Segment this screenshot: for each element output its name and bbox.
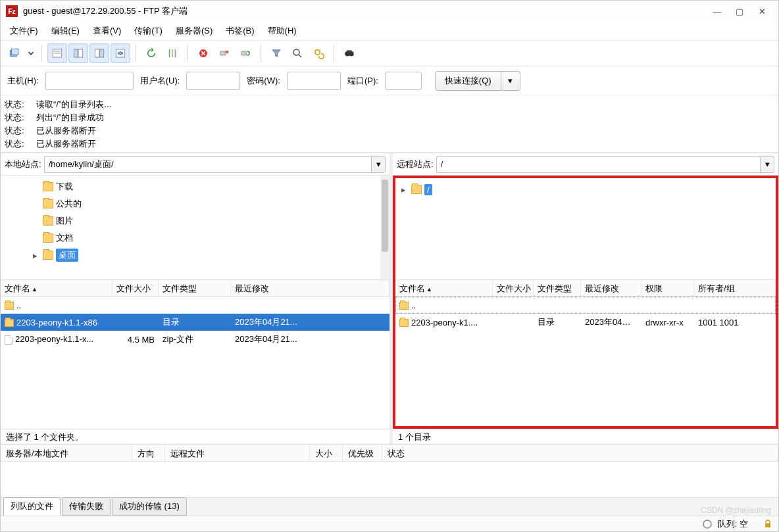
minimize-button[interactable]: — (706, 3, 728, 19)
tab-failed[interactable]: 传输失败 (62, 497, 111, 516)
remote-path-input[interactable] (436, 156, 760, 173)
menu-file[interactable]: 文件(F) (5, 22, 43, 39)
svg-line-21 (299, 55, 301, 57)
list-item[interactable]: .. (1, 297, 390, 314)
menu-server[interactable]: 服务器(S) (170, 22, 218, 39)
local-path-label: 本地站点: (5, 158, 41, 170)
svg-rect-5 (74, 49, 78, 57)
site-manager-button[interactable] (5, 43, 24, 63)
col-type[interactable]: 文件类型 (159, 280, 231, 296)
main-split: 本地站点: ▾ 下载 公共的 图片 文档 ▸桌面 文件名▲ 文件大小 文件类型 (1, 153, 778, 445)
process-queue-button[interactable] (163, 43, 182, 63)
svg-rect-7 (95, 49, 99, 57)
col-size[interactable]: 文件大小 (113, 280, 159, 296)
local-path-dropdown[interactable]: ▾ (371, 156, 386, 173)
col-status[interactable]: 状态 (382, 445, 778, 461)
quickconnect-button[interactable]: 快速连接(Q) (435, 71, 501, 91)
toggle-queue-button[interactable] (111, 43, 130, 63)
local-tree[interactable]: 下载 公共的 图片 文档 ▸桌面 (1, 176, 390, 279)
quickconnect-bar: 主机(H): 用户名(U): 密码(W): 端口(P): 快速连接(Q) ▾ (1, 66, 778, 95)
local-columns: 文件名▲ 文件大小 文件类型 最近修改 (1, 279, 390, 297)
host-input[interactable] (45, 72, 134, 90)
tab-success[interactable]: 成功的传输 (13) (112, 497, 187, 516)
list-item[interactable]: .. (395, 297, 776, 314)
menu-edit[interactable]: 编辑(E) (46, 22, 85, 39)
reconnect-button[interactable] (236, 43, 255, 63)
local-filelist[interactable]: .. 2203-peony-k1.1-x86 目录 2023年04月21... … (1, 297, 390, 429)
col-perm[interactable]: 权限 (641, 280, 694, 296)
col-modified[interactable]: 最近修改 (231, 280, 390, 296)
col-priority[interactable]: 优先级 (343, 445, 382, 461)
col-owner[interactable]: 所有者/组 (694, 280, 776, 296)
col-name[interactable]: 文件名▲ (395, 280, 493, 296)
col-size[interactable]: 大小 (310, 445, 343, 461)
pass-input[interactable] (287, 72, 341, 90)
queue-status: 队列: 空 (718, 518, 748, 530)
expander-icon[interactable]: ▸ (31, 251, 39, 260)
svg-point-22 (315, 50, 320, 55)
svg-point-20 (293, 49, 299, 55)
toggle-local-tree-button[interactable] (68, 43, 88, 63)
queue-empty-icon (702, 519, 713, 529)
search-button[interactable] (288, 43, 307, 63)
queue-body[interactable] (1, 462, 778, 497)
col-type[interactable]: 文件类型 (534, 280, 581, 296)
site-manager-dropdown[interactable] (26, 43, 36, 63)
lock-icon (763, 519, 773, 529)
binoculars-icon[interactable] (339, 43, 359, 63)
close-button[interactable]: ✕ (751, 3, 773, 19)
col-name[interactable]: 文件名▲ (1, 280, 113, 296)
refresh-button[interactable] (141, 43, 161, 63)
status-label: 状态: (5, 98, 28, 111)
menu-transfer[interactable]: 传输(T) (129, 22, 168, 39)
svg-rect-9 (116, 49, 125, 57)
remote-filelist[interactable]: .. 2203-peony-k1.... 目录 2023年04月... drwx… (395, 297, 776, 426)
log-line: 已从服务器断开 (36, 124, 96, 137)
user-label: 用户名(U): (138, 75, 183, 87)
list-item[interactable]: 2203-peony-k1.1-x... 4.5 MB zip-文件 2023年… (1, 331, 390, 348)
statusbar: 队列: 空 (1, 516, 778, 531)
folder-icon (399, 302, 409, 310)
filezilla-icon (6, 5, 18, 17)
folder-icon (5, 302, 14, 310)
port-input[interactable] (385, 72, 422, 90)
toggle-remote-tree-button[interactable] (89, 43, 109, 63)
queue-tabs: 列队的文件 传输失败 成功的传输 (13) (1, 497, 778, 516)
menu-bookmarks[interactable]: 书签(B) (220, 22, 259, 39)
local-path-input[interactable] (44, 156, 371, 173)
col-remotefile[interactable]: 远程文件 (165, 445, 310, 461)
col-dir[interactable]: 方向 (132, 445, 165, 461)
remote-tree[interactable]: ▸/ (393, 176, 778, 279)
col-serverfile[interactable]: 服务器/本地文件 (1, 445, 132, 461)
menu-help[interactable]: 帮助(H) (263, 22, 302, 39)
scrollbar[interactable] (380, 176, 390, 279)
list-item[interactable]: 2203-peony-k1.1-x86 目录 2023年04月21... (1, 314, 390, 331)
tree-root[interactable]: / (424, 184, 432, 195)
sort-asc-icon: ▲ (32, 286, 38, 293)
toolbar (1, 40, 778, 66)
tree-node-desktop[interactable]: 桌面 (56, 249, 78, 262)
local-status: 选择了 1 个文件夹。 (1, 429, 390, 445)
remote-path-dropdown[interactable]: ▾ (760, 156, 774, 173)
col-size[interactable]: 文件大小 (493, 280, 534, 296)
quickconnect-dropdown[interactable]: ▾ (501, 71, 520, 91)
file-icon (5, 335, 13, 345)
svg-rect-19 (241, 51, 247, 55)
remote-columns: 文件名▲ 文件大小 文件类型 最近修改 权限 所有者/组 (395, 279, 776, 297)
folder-icon (5, 319, 14, 327)
toggle-log-button[interactable] (47, 43, 67, 63)
disconnect-button[interactable] (214, 43, 234, 63)
tab-queued[interactable]: 列队的文件 (3, 497, 61, 516)
maximize-button[interactable]: ▢ (728, 3, 751, 19)
svg-point-24 (349, 51, 354, 57)
menu-view[interactable]: 查看(V) (88, 22, 126, 39)
list-item[interactable]: 2203-peony-k1.... 目录 2023年04月... drwxr-x… (395, 314, 776, 331)
pass-label: 密码(W): (244, 75, 283, 87)
filter-button[interactable] (266, 43, 286, 63)
expander-icon[interactable]: ▸ (399, 185, 407, 195)
compare-button[interactable] (309, 43, 328, 63)
user-input[interactable] (186, 72, 240, 90)
log-pane[interactable]: 状态:读取“/”的目录列表... 状态:列出“/”的目录成功 状态:已从服务器断… (1, 95, 778, 153)
col-modified[interactable]: 最近修改 (581, 280, 641, 296)
cancel-button[interactable] (193, 43, 213, 63)
